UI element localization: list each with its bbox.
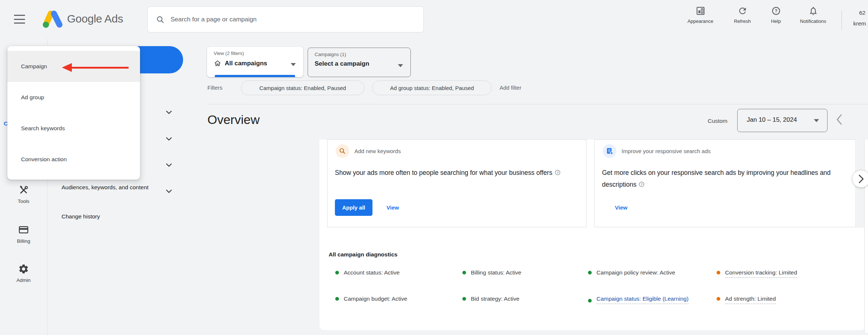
diagnostic-billing-status: Billing status: Active [462,269,588,278]
card-title: Improve your responsive search ads [622,148,711,154]
date-range-value: Jan 10 – 15, 2024 [747,116,797,124]
campaign-selector-value: Select a campaign [315,60,369,68]
chevron-down-icon[interactable] [166,189,172,193]
document-add-icon [606,147,614,155]
view-selector-label: View (2 filters) [214,51,244,56]
diagnostic-campaign-policy-review: Campaign policy review: Active [588,269,717,278]
chevron-down-icon [814,119,819,122]
help-icon[interactable]: ? [554,169,561,176]
view-link[interactable]: View [615,204,627,211]
search-icon [156,15,165,24]
status-dot [335,297,339,301]
notifications-icon [808,6,818,16]
billing-icon [18,224,29,235]
recommendation-card-add-keywords: Add new keywords Show your ads more ofte… [327,139,587,227]
diagnostic-ad-strength[interactable]: Ad strength: Limited [717,295,855,304]
sidebar-item-label: Tools [18,198,29,204]
account-id-partial[interactable]: 62 [859,10,865,16]
chevron-down-icon [398,64,403,67]
sidebar-item-change-history[interactable]: Change history [62,213,100,220]
home-icon [214,59,221,67]
search-icon [339,147,346,155]
diagnostics-grid: Account status: Active Billing status: A… [335,269,855,304]
card-body-text: Get more clicks on your responsive searc… [602,169,831,188]
menu-item-search-keywords[interactable]: Search keywords [7,113,140,144]
tools-icon [18,184,29,196]
carousel-next-button[interactable] [853,170,868,187]
previous-period-button[interactable] [836,114,843,125]
diagnostic-campaign-budget: Campaign budget: Active [335,295,462,304]
divider [207,104,868,104]
diagnostics-title: All campaign diagnostics [329,251,398,258]
svg-text:?: ? [774,8,777,14]
status-dot [462,297,466,301]
chevron-down-icon[interactable] [166,110,172,114]
view-selector[interactable]: View (2 filters) All campaigns [207,47,303,77]
menu-item-conversion-action[interactable]: Conversion action [7,144,140,175]
diagnostic-conversion-tracking[interactable]: Conversion tracking: Limited [717,269,855,278]
menu-item-ad-group[interactable]: Ad group [7,82,140,113]
help-icon[interactable]: ? [638,181,645,187]
status-dot [717,297,720,301]
main-menu-icon[interactable] [14,15,25,24]
filter-chip-campaign-status[interactable]: Campaign status: Enabled, Paused [241,80,364,95]
view-link[interactable]: View [386,204,399,211]
account-name-partial[interactable]: krem [853,20,866,27]
help-label: Help [771,18,781,24]
status-dot [717,271,720,274]
next-card-edge [864,139,868,333]
recommendation-card-improve-rsa: Improve your responsive search ads Get m… [594,139,856,227]
date-range-picker[interactable]: Jan 10 – 15, 2024 [737,109,827,132]
filter-chip-adgroup-status[interactable]: Ad group status: Enabled, Paused [372,80,492,95]
svg-text:?: ? [641,183,643,186]
level-picker-menu: Campaign Ad group Search keywords Conver… [7,46,140,180]
chevron-right-icon [858,175,864,183]
diagnostic-campaign-status[interactable]: Campaign status: Eligible (Learning) [588,295,717,304]
filters-label: Filters [207,84,223,91]
search-input[interactable] [170,15,423,24]
date-mode-label: Custom [708,118,727,124]
sidebar-item-tools[interactable]: Tools [0,184,47,204]
google-ads-logo-icon [41,10,64,29]
diagnostic-bid-strategy: Bid strategy: Active [462,295,588,304]
refresh-icon [738,6,748,16]
svg-text:?: ? [557,171,559,175]
apply-all-button[interactable]: Apply all [335,199,372,216]
appearance-icon [696,6,706,16]
chevron-down-icon[interactable] [166,163,172,167]
sidebar-item-label: Admin [17,277,31,283]
campaign-selector-label: Campaigns (1) [315,52,346,57]
card-body-text: Show your ads more often to people searc… [335,169,552,176]
active-tab-indicator [215,75,295,77]
app-title: Google Ads [67,13,123,25]
status-dot [462,271,466,274]
notifications-label: Notifications [800,18,826,24]
add-filter-button[interactable]: Add filter [500,84,521,91]
chevron-down-icon [291,63,296,66]
card-title: Add new keywords [354,148,401,154]
status-dot [588,299,592,303]
status-dot [588,271,592,274]
appearance-label: Appearance [687,18,713,24]
sidebar-item-label: Billing [17,238,30,244]
help-icon: ? [771,6,781,16]
global-search[interactable] [147,6,424,32]
refresh-label: Refresh [734,18,751,24]
menu-item-campaign[interactable]: Campaign [7,51,140,82]
sidebar-item-admin[interactable]: Admin [0,263,47,283]
campaign-selector[interactable]: Campaigns (1) Select a campaign [308,48,411,77]
chevron-down-icon[interactable] [166,137,172,141]
help-button[interactable]: ? Help [755,6,797,24]
notifications-button[interactable]: Notifications [792,6,834,24]
status-dot [335,271,339,274]
diagnostic-account-status: Account status: Active [335,269,462,278]
page-title: Overview [207,113,260,127]
divider [841,11,842,30]
appearance-button[interactable]: Appearance [679,6,722,24]
admin-gear-icon [18,263,29,274]
view-selector-value: All campaigns [225,60,267,67]
sidebar-item-billing[interactable]: Billing [0,224,47,244]
sidebar-item-audiences-keywords-content[interactable]: Audiences, keywords, and content [62,182,150,193]
